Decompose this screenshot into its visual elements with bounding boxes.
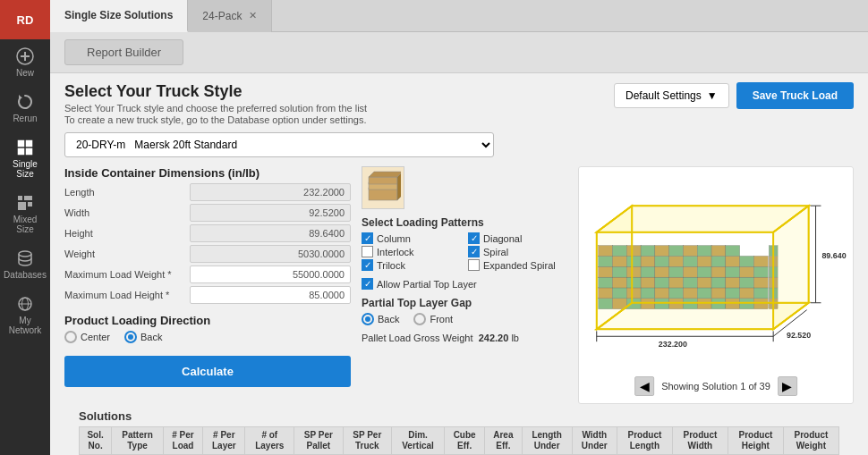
avatar: RD — [0, 0, 50, 39]
svg-rect-84 — [753, 256, 768, 266]
tab-single-size[interactable]: Single Size Solutions — [50, 0, 188, 32]
header-row: Select Your Truck Style Select Your Truc… — [64, 82, 854, 125]
tab-close-icon[interactable]: ✕ — [249, 10, 257, 21]
sidebar-my-network-label: My Network — [4, 316, 47, 335]
sidebar-item-single-size[interactable]: Single Size — [0, 131, 50, 186]
cb-box-spiral: ✓ — [468, 246, 480, 257]
svg-text:92.520: 92.520 — [787, 331, 811, 340]
cb-interlock[interactable]: Interlock — [362, 246, 461, 257]
save-truck-load-button[interactable]: Save Truck Load — [736, 82, 854, 109]
sidebar-item-databases[interactable]: Databases — [0, 241, 50, 287]
page-title: Select Your Truck Style — [64, 82, 367, 101]
cb-spiral[interactable]: ✓ Spiral — [468, 246, 567, 257]
truck-select-dropdown[interactable]: 20-DRY-m Maersk 20ft Standard — [64, 132, 494, 157]
pallet-weight-unit: lb — [511, 333, 519, 343]
svg-text:89.640: 89.640 — [821, 251, 846, 260]
dim-label-height: Height — [64, 228, 190, 239]
container-3d-svg: 89.640 232.200 92.520 — [579, 167, 853, 403]
svg-rect-58 — [726, 277, 740, 288]
sidebar-item-rerun[interactable]: Rerun — [0, 85, 50, 131]
dim-label-width: Width — [64, 207, 190, 218]
svg-rect-4 — [18, 140, 24, 147]
next-solution-button[interactable]: ▶ — [778, 376, 797, 396]
dim-input-weight[interactable] — [190, 245, 351, 263]
sidebar-databases-label: Databases — [4, 270, 47, 280]
dim-row-weight: Weight — [64, 245, 351, 263]
svg-rect-64 — [641, 266, 655, 277]
cb-box-expanded-spiral — [468, 259, 480, 271]
svg-rect-55 — [683, 277, 697, 288]
col-per-layer: # PerLayer — [203, 427, 245, 455]
radio-partial-front-label: Front — [430, 314, 453, 324]
cb-trilock[interactable]: ✓ Trilock — [362, 259, 461, 271]
loading-dir-title: Product Loading Direction — [64, 314, 351, 327]
loading-direction-section: Product Loading Direction Center Back — [64, 314, 351, 343]
sidebar-item-new[interactable]: New — [0, 39, 50, 85]
cb-column[interactable]: ✓ Column — [362, 232, 461, 244]
tab-24-pack[interactable]: 24-Pack ✕ — [188, 0, 272, 32]
svg-rect-45 — [711, 288, 726, 299]
svg-rect-5 — [26, 140, 32, 147]
dim-input-height[interactable] — [190, 224, 351, 242]
col-product-width: ProductWidth — [672, 427, 728, 455]
radio-center[interactable]: Center — [64, 331, 110, 343]
dim-row-width: Width — [64, 204, 351, 222]
dim-input-max-load-weight[interactable] — [190, 265, 351, 283]
solutions-title: Solutions — [79, 409, 839, 423]
svg-rect-63 — [626, 266, 641, 277]
svg-rect-7 — [26, 148, 32, 155]
calculate-button[interactable]: Calculate — [64, 356, 351, 387]
dropdown-arrow-icon: ▼ — [707, 89, 718, 102]
svg-rect-59 — [740, 277, 754, 288]
svg-rect-89 — [655, 246, 669, 257]
radio-back[interactable]: Back — [124, 331, 162, 343]
loading-dir-radio-group: Center Back — [64, 331, 351, 343]
cb-label-expanded-spiral: Expanded Spiral — [483, 260, 556, 271]
svg-rect-43 — [683, 288, 697, 299]
sidebar-item-mixed-size[interactable]: Mixed Size — [0, 186, 50, 241]
svg-point-12 — [19, 251, 31, 257]
dim-label-weight: Weight — [64, 249, 190, 259]
svg-rect-87 — [626, 246, 641, 257]
prev-solution-button[interactable]: ◀ — [634, 376, 654, 396]
svg-rect-81 — [711, 256, 726, 266]
radio-partial-front[interactable]: Front — [413, 313, 453, 325]
cb-label-column: Column — [377, 233, 411, 244]
loading-patterns-title: Select Loading Patterns — [362, 216, 567, 229]
allow-partial-label[interactable]: ✓ Allow Partial Top Layer — [362, 278, 567, 290]
svg-rect-10 — [18, 202, 26, 210]
report-builder-button[interactable]: Report Builder — [64, 39, 183, 65]
svg-rect-38 — [613, 288, 627, 299]
svg-rect-66 — [669, 266, 684, 277]
svg-rect-86 — [613, 246, 627, 257]
solutions-header-row: Sol.No. PatternType # PerLoad # PerLayer… — [80, 427, 839, 455]
dimensions-table: Length Width Height Weight — [64, 183, 351, 307]
dim-input-length[interactable] — [190, 183, 351, 201]
radio-circle-partial-front — [413, 313, 426, 325]
svg-rect-80 — [697, 256, 711, 266]
svg-rect-72 — [753, 266, 768, 277]
svg-rect-54 — [669, 277, 684, 288]
radio-partial-back[interactable]: Back — [362, 313, 399, 325]
dim-input-width[interactable] — [190, 204, 351, 222]
databases-icon — [15, 249, 35, 268]
cb-diagonal[interactable]: ✓ Diagonal — [468, 232, 567, 244]
svg-rect-90 — [669, 246, 684, 257]
tab-bar: Single Size Solutions 24-Pack ✕ — [50, 0, 868, 32]
default-settings-button[interactable]: Default Settings ▼ — [614, 83, 729, 108]
sidebar-item-my-network[interactable]: My Network — [0, 287, 50, 342]
mixed-size-icon — [15, 193, 35, 213]
radio-back-label: Back — [140, 332, 162, 342]
svg-rect-11 — [28, 202, 32, 206]
svg-rect-62 — [613, 266, 627, 277]
dim-row-max-load-weight: Maximum Load Weight * — [64, 265, 351, 283]
col-product-length: ProductLength — [617, 427, 672, 455]
truck-selector: 20-DRY-m Maersk 20ft Standard — [64, 132, 854, 157]
svg-rect-93 — [711, 246, 726, 257]
cb-expanded-spiral[interactable]: Expanded Spiral — [468, 259, 567, 271]
svg-rect-40 — [641, 288, 655, 299]
svg-rect-56 — [697, 277, 711, 288]
svg-rect-8 — [18, 196, 22, 200]
checkbox-grid: ✓ Column ✓ Diagonal Interlock ✓ — [362, 232, 567, 271]
dim-input-max-load-height[interactable] — [190, 286, 351, 304]
